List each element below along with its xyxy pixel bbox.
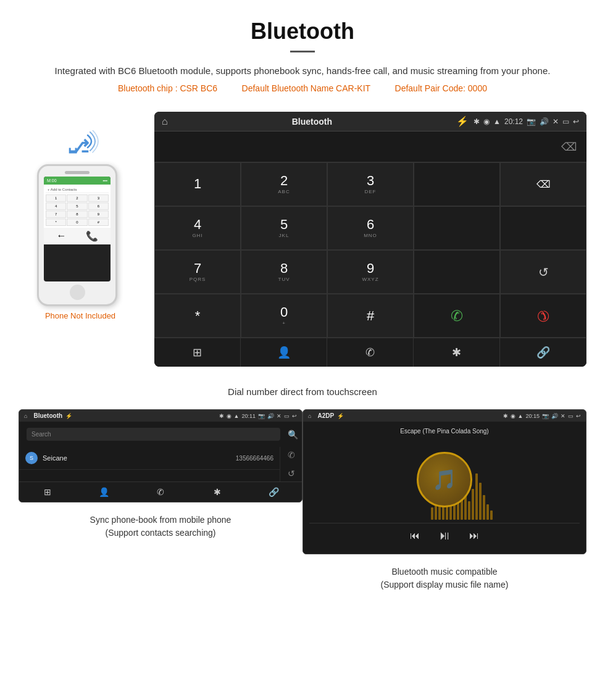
phone-key-7: 7 — [46, 210, 66, 218]
dial-key-7-sub: PQRS — [190, 277, 206, 282]
dial-key-empty-4 — [414, 250, 500, 294]
music-screen-title: A2DP — [317, 412, 334, 419]
dial-key-6-main: 6 — [367, 218, 374, 231]
phone-home-button — [70, 285, 85, 300]
end-call-button[interactable]: ✆ — [500, 294, 586, 338]
volume-icon: 🔊 — [540, 117, 549, 126]
link-tab[interactable]: 🔗 — [500, 338, 586, 367]
pb-phone-icon[interactable]: ✆ — [132, 482, 189, 502]
dial-key-star[interactable]: * — [154, 294, 241, 338]
dial-key-1[interactable]: 1 — [154, 162, 241, 206]
pb-bt-tab-icon[interactable]: ✱ — [189, 482, 246, 502]
phonebook-screen: ⌂ Bluetooth ⚡ ✱ ◉ ▲ 20:11 📷 🔊 ✕ ▭ ↩ — [19, 409, 302, 502]
pb-contacts-icon[interactable]: 👤 — [76, 482, 133, 502]
dial-key-9-main: 9 — [367, 262, 374, 275]
music-usb-icon: ⚡ — [337, 413, 344, 419]
contacts-tab[interactable]: 👤 — [241, 338, 327, 367]
phone-tab[interactable]: ✆ — [327, 338, 414, 367]
dial-key-8[interactable]: 8 TUV — [241, 250, 327, 294]
dial-key-1-main: 1 — [194, 177, 201, 191]
dial-key-empty-2 — [414, 206, 500, 250]
bt-status-icon: ✱ — [474, 117, 480, 126]
pb-usb-icon: ⚡ — [65, 413, 72, 419]
dial-key-0-sub: + — [282, 320, 286, 326]
phone-back-icon: ← — [57, 230, 67, 242]
phonebook-list: S Seicane 13566664466 — [19, 447, 280, 481]
music-camera-icon: 📷 — [542, 413, 549, 419]
phone-key-9: 9 — [88, 210, 109, 218]
dial-key-7[interactable]: 7 PQRS — [154, 250, 241, 294]
dial-key-hash[interactable]: # — [327, 294, 414, 338]
dial-key-6[interactable]: 6 MNO — [327, 206, 414, 250]
phone-signal-icons: ▪▪▪ — [103, 178, 107, 183]
album-art: 🎵 — [417, 452, 472, 507]
dial-key-7-main: 7 — [194, 262, 201, 275]
car-screen-title: Bluetooth — [173, 117, 451, 127]
contact-row[interactable]: S Seicane 13566664466 — [19, 447, 280, 470]
bt-chip-spec: Bluetooth chip : CSR BC6 — [118, 83, 217, 93]
phone-add-contact: + Add to Contacts — [46, 186, 109, 193]
dial-key-2-sub: ABC — [278, 189, 290, 194]
search-icon[interactable]: 🔍 — [288, 430, 298, 440]
prev-track-button[interactable]: ⏮ — [410, 530, 420, 541]
phone-screen-header: M:00 ▪▪▪ — [44, 177, 111, 185]
phone-screen: M:00 ▪▪▪ + Add to Contacts 1 2 3 4 5 6 7 — [44, 177, 111, 281]
dial-key-2[interactable]: 2 ABC — [241, 162, 327, 206]
car-status-bar: ⌂ Bluetooth ⚡ ✱ ◉ ▲ 20:12 📷 🔊 ✕ ▭ ↩ — [154, 112, 586, 131]
music-art-area: 🎵 — [309, 440, 580, 520]
dial-key-4[interactable]: 4 GHI — [154, 206, 241, 250]
close-icon: ✕ — [553, 117, 559, 126]
page-description: Integrated with BC6 Bluetooth module, su… — [37, 64, 568, 78]
phone-key-2: 2 — [67, 194, 87, 202]
phone-screen-body: + Add to Contacts 1 2 3 4 5 6 7 8 9 * — [44, 185, 111, 228]
dial-key-backspace[interactable]: ⌫ — [500, 162, 586, 206]
dial-key-refresh[interactable]: ↺ — [500, 250, 586, 294]
dialpad-tab[interactable]: ⊞ — [154, 338, 241, 367]
dial-key-3[interactable]: 3 DEF — [327, 162, 414, 206]
back-icon: ↩ — [573, 117, 579, 126]
dial-key-5[interactable]: 5 JKL — [241, 206, 327, 250]
dial-key-4-sub: GHI — [192, 233, 202, 238]
dial-key-9[interactable]: 9 WXYZ — [327, 250, 414, 294]
phonebook-search-bar[interactable]: Search — [27, 428, 280, 441]
car-status-icons: ✱ ◉ ▲ 20:12 📷 🔊 ✕ ▭ ↩ — [474, 117, 579, 126]
pb-volume-icon: 🔊 — [267, 413, 274, 419]
phone-key-0: 0 — [67, 219, 87, 226]
music-close-icon: ✕ — [561, 413, 565, 419]
phone-key-star: * — [46, 219, 66, 226]
phonebook-bottom-bar: ⊞ 👤 ✆ ✱ 🔗 — [19, 481, 302, 502]
pb-call-icon[interactable]: ✆ — [288, 450, 295, 460]
music-time: 20:15 — [525, 413, 540, 419]
pb-link-icon[interactable]: 🔗 — [245, 482, 302, 502]
music-controls: ⏮ ⏯ ⏭ — [309, 523, 580, 548]
phonebook-caption-line2: (Support contacts searching) — [106, 528, 216, 538]
pb-back-icon: ↩ — [292, 413, 297, 419]
bluetooth-tab[interactable]: ✱ — [414, 338, 500, 367]
phonebook-status-bar: ⌂ Bluetooth ⚡ ✱ ◉ ▲ 20:11 📷 🔊 ✕ ▭ ↩ — [19, 410, 302, 422]
next-track-button[interactable]: ⏭ — [469, 530, 479, 541]
pb-dialpad-icon[interactable]: ⊞ — [19, 482, 76, 502]
music-content: Escape (The Pina Colada Song) 🎵 — [303, 422, 586, 554]
backspace-icon: ⌫ — [536, 180, 551, 190]
dial-key-5-sub: JKL — [279, 233, 290, 238]
phone-illustration: M:00 ▪▪▪ + Add to Contacts 1 2 3 4 5 6 7 — [37, 164, 123, 306]
play-pause-button[interactable]: ⏯ — [438, 528, 451, 543]
album-art-circle: 🎵 — [417, 452, 472, 507]
dial-key-8-main: 8 — [280, 262, 288, 275]
phonebook-actions: ✆ ↺ — [280, 447, 302, 481]
music-caption-line2: (Support display music file name) — [381, 580, 509, 590]
phonebook-search-row: Search 🔍 — [19, 422, 302, 447]
pb-location-icon: ◉ — [227, 413, 232, 419]
pb-status-right: ✱ ◉ ▲ 20:11 📷 🔊 ✕ ▭ ↩ — [219, 413, 297, 419]
title-divider — [290, 51, 315, 52]
dial-key-0[interactable]: 0 + — [241, 294, 327, 338]
music-signal-icon: ▲ — [518, 413, 524, 419]
dial-key-9-sub: WXYZ — [362, 277, 378, 282]
dial-key-3-sub: DEF — [365, 189, 377, 194]
car-dialpad-screen: ⌂ Bluetooth ⚡ ✱ ◉ ▲ 20:12 📷 🔊 ✕ ▭ ↩ ⌫ — [154, 112, 586, 367]
bluetooth-specs: Bluetooth chip : CSR BC6 Default Bluetoo… — [37, 83, 568, 93]
backspace-button[interactable]: ⌫ — [561, 140, 577, 154]
pb-sync-icon[interactable]: ↺ — [288, 469, 295, 478]
phone-key-3: 3 — [88, 194, 109, 202]
call-button[interactable]: ✆ — [414, 294, 500, 338]
